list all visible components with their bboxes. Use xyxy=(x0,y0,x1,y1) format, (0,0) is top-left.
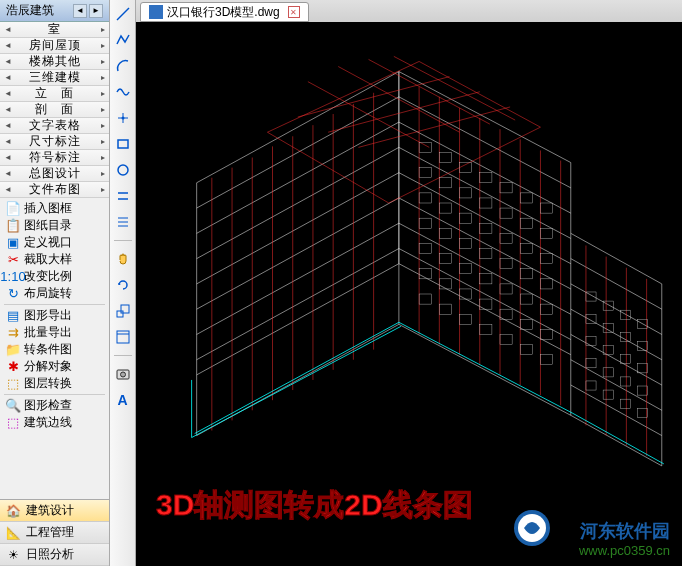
tree-item-label: 符号标注 xyxy=(12,149,97,166)
tool-label: 图形检查 xyxy=(24,397,72,414)
file-tab-label: 汉口银行3D模型.dwg xyxy=(167,4,280,21)
svg-point-13 xyxy=(120,372,125,377)
tool-item-4[interactable]: 1:10改变比例 xyxy=(0,268,109,285)
bottom-tab-2[interactable]: ☀日照分析 xyxy=(0,544,109,566)
drawing-canvas[interactable]: 3D轴测图转成2D线条图 河东软件园 www.pc0359.cn xyxy=(136,22,682,566)
tree-item-1[interactable]: ◄房间屋顶▸ xyxy=(0,38,109,54)
chevron-left-icon: ◄ xyxy=(4,137,12,146)
tree-item-9[interactable]: ◄总图设计▸ xyxy=(0,166,109,182)
tab-bar: 汉口银行3D模型.dwg ✕ xyxy=(136,0,682,22)
watermark-url: www.pc0359.cn xyxy=(579,543,670,558)
point-tool-button[interactable] xyxy=(113,108,133,128)
arc-tool-button[interactable] xyxy=(113,56,133,76)
tree-item-5[interactable]: ◄剖 面▸ xyxy=(0,102,109,118)
bottom-tab-icon: 📐 xyxy=(4,525,22,541)
chevron-left-icon: ◄ xyxy=(4,153,12,162)
svg-line-15 xyxy=(197,122,399,233)
svg-line-57 xyxy=(308,82,429,148)
tree-item-0[interactable]: ◄室▸ xyxy=(0,22,109,38)
tree-item-label: 立 面 xyxy=(12,85,97,102)
polyline-tool-button[interactable] xyxy=(113,30,133,50)
chevron-right-icon: ▸ xyxy=(97,89,105,98)
tool-item-9[interactable]: ✱分解对象 xyxy=(0,358,109,375)
tree-item-2[interactable]: ◄楼梯其他▸ xyxy=(0,54,109,70)
tree-menu: ◄室▸◄房间屋顶▸◄楼梯其他▸◄三维建模▸◄立 面▸◄剖 面▸◄文字表格▸◄尺寸… xyxy=(0,22,109,198)
parallel-tool-button[interactable] xyxy=(113,186,133,206)
tool-icon: ⬚ xyxy=(4,415,22,431)
tool-label: 布局旋转 xyxy=(24,285,72,302)
scale-tool-button[interactable] xyxy=(113,301,133,321)
tool-label: 插入图框 xyxy=(24,200,72,217)
svg-line-0 xyxy=(117,8,129,20)
sidebar-next-button[interactable]: ► xyxy=(89,4,103,18)
tool-item-5[interactable]: ↻布局旋转 xyxy=(0,285,109,302)
tool-icon: 📁 xyxy=(4,342,22,358)
svg-line-30 xyxy=(571,309,662,360)
tool-item-11[interactable]: 🔍图形检查 xyxy=(0,397,109,414)
tree-item-8[interactable]: ◄符号标注▸ xyxy=(0,150,109,166)
svg-rect-8 xyxy=(117,311,123,317)
rotate-tool-button[interactable] xyxy=(113,275,133,295)
circle-tool-button[interactable] xyxy=(113,160,133,180)
chevron-right-icon: ▸ xyxy=(97,105,105,114)
rect-tool-button[interactable] xyxy=(113,134,133,154)
capture-tool-button[interactable] xyxy=(113,364,133,384)
chevron-right-icon: ▸ xyxy=(97,153,105,162)
bottom-tab-icon: 🏠 xyxy=(4,503,22,519)
tree-item-label: 尺寸标注 xyxy=(12,133,97,150)
bottom-tab-0[interactable]: 🏠建筑设计 xyxy=(0,500,109,522)
sidebar-title: 浩辰建筑 xyxy=(6,2,54,19)
svg-line-59 xyxy=(369,59,490,124)
spline-tool-button[interactable] xyxy=(113,82,133,102)
chevron-left-icon: ◄ xyxy=(4,105,12,114)
hand-tool-button[interactable] xyxy=(113,249,133,269)
tree-item-7[interactable]: ◄尺寸标注▸ xyxy=(0,134,109,150)
bottom-tab-label: 建筑设计 xyxy=(26,502,74,519)
tool-item-6[interactable]: ▤图形导出 xyxy=(0,307,109,324)
dwg-file-icon xyxy=(149,5,163,19)
tree-item-4[interactable]: ◄立 面▸ xyxy=(0,86,109,102)
chevron-right-icon: ▸ xyxy=(97,169,105,178)
vertical-toolbar: A xyxy=(110,0,136,566)
svg-line-32 xyxy=(571,360,662,411)
tab-close-button[interactable]: ✕ xyxy=(288,6,300,18)
tool-item-3[interactable]: ✂截取大样 xyxy=(0,251,109,268)
svg-rect-61 xyxy=(419,193,431,203)
overlay-caption: 3D轴测图转成2D线条图 xyxy=(156,485,473,526)
tool-label: 图形导出 xyxy=(24,307,72,324)
tool-item-7[interactable]: ⇉批量导出 xyxy=(0,324,109,341)
line-tool-button[interactable] xyxy=(113,4,133,24)
tree-item-label: 总图设计 xyxy=(12,165,97,182)
bottom-tab-1[interactable]: 📐工程管理 xyxy=(0,522,109,544)
tool-item-2[interactable]: ▣定义视口 xyxy=(0,234,109,251)
tool-label: 图层转换 xyxy=(24,375,72,392)
tool-item-12[interactable]: ⬚建筑边线 xyxy=(0,414,109,431)
chevron-right-icon: ▸ xyxy=(97,25,105,34)
tree-item-label: 剖 面 xyxy=(12,101,97,118)
text-tool-button[interactable]: A xyxy=(113,390,133,410)
tree-item-3[interactable]: ◄三维建模▸ xyxy=(0,70,109,86)
svg-line-56 xyxy=(358,107,510,147)
chevron-left-icon: ◄ xyxy=(4,89,12,98)
tool-item-0[interactable]: 📄插入图框 xyxy=(0,200,109,217)
tool-item-10[interactable]: ⬚图层转换 xyxy=(0,375,109,392)
tool-label: 批量导出 xyxy=(24,324,72,341)
tool-icon: ⬚ xyxy=(4,376,22,392)
tool-icon: 📄 xyxy=(4,201,22,217)
chevron-right-icon: ▸ xyxy=(97,73,105,82)
tool-item-8[interactable]: 📁转条件图 xyxy=(0,341,109,358)
tree-item-6[interactable]: ◄文字表格▸ xyxy=(0,118,109,134)
offset-tool-button[interactable] xyxy=(113,212,133,232)
bottom-tabs: 🏠建筑设计📐工程管理☀日照分析 xyxy=(0,499,109,566)
window-tool-button[interactable] xyxy=(113,327,133,347)
sidebar-header: 浩辰建筑 ◄ ► xyxy=(0,0,109,22)
bottom-tab-label: 日照分析 xyxy=(26,546,74,563)
tree-item-10[interactable]: ◄文件布图▸ xyxy=(0,182,109,198)
tool-item-1[interactable]: 📋图纸目录 xyxy=(0,217,109,234)
file-tab[interactable]: 汉口银行3D模型.dwg ✕ xyxy=(140,2,309,22)
chevron-right-icon: ▸ xyxy=(97,121,105,130)
chevron-right-icon: ▸ xyxy=(97,185,105,194)
svg-line-60 xyxy=(394,56,515,120)
tool-label: 改变比例 xyxy=(24,268,72,285)
sidebar-prev-button[interactable]: ◄ xyxy=(73,4,87,18)
